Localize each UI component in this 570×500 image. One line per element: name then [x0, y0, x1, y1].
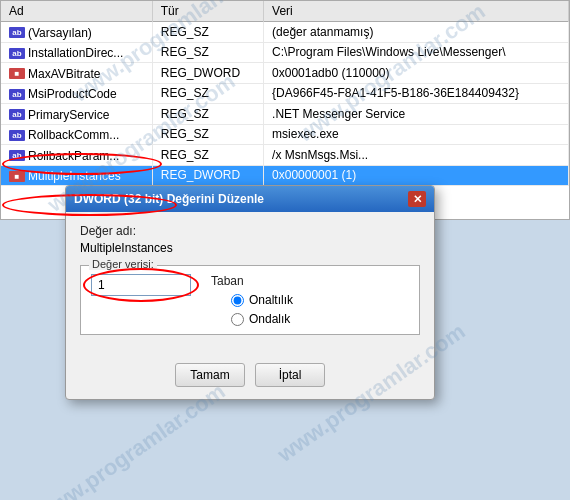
base-label: Taban	[211, 274, 293, 288]
radio-hex-text: Onaltılık	[249, 293, 293, 307]
radio-dec-text: Ondalık	[249, 312, 290, 326]
col-header-tur: Tür	[152, 1, 263, 22]
dialog-titlebar: DWORD (32 bit) Değerini Düzenle ✕	[66, 186, 434, 212]
cell-name: abPrimaryService	[1, 104, 152, 125]
base-section: Taban Onaltılık Ondalık	[211, 274, 293, 326]
table-row[interactable]: abRollbackParam... REG_SZ /x MsnMsgs.Msi…	[1, 145, 569, 166]
cell-value: 0x0001adb0 (110000)	[264, 63, 569, 84]
table-row[interactable]: abPrimaryService REG_SZ .NET Messenger S…	[1, 104, 569, 125]
table-row[interactable]: ab(Varsayılan) REG_SZ (değer atanmamış)	[1, 22, 569, 43]
cell-type: REG_SZ	[152, 42, 263, 63]
radio-dec[interactable]	[231, 313, 244, 326]
cell-name: ■MultipleInstances	[1, 165, 152, 186]
value-data-input-wrapper	[91, 274, 191, 296]
cell-type: REG_SZ	[152, 104, 263, 125]
cell-name: abMsiProductCode	[1, 83, 152, 104]
cell-type: REG_SZ	[152, 145, 263, 166]
value-data-group-label: Değer verisi:	[89, 258, 157, 270]
cell-value: 0x00000001 (1)	[264, 165, 569, 186]
value-data-row: Taban Onaltılık Ondalık	[91, 274, 409, 326]
cell-type: REG_SZ	[152, 22, 263, 43]
value-name-label: Değer adı:	[80, 224, 420, 238]
cell-name: abRollbackParam...	[1, 145, 152, 166]
col-header-ad: Ad	[1, 1, 152, 22]
value-name-value: MultipleInstances	[80, 241, 420, 255]
cell-value: /x MsnMsgs.Msi...	[264, 145, 569, 166]
cell-name: ab(Varsayılan)	[1, 22, 152, 43]
dword-edit-dialog: DWORD (32 bit) Değerini Düzenle ✕ Değer …	[65, 185, 435, 400]
dialog-footer: Tamam İptal	[66, 359, 434, 399]
dialog-close-button[interactable]: ✕	[408, 191, 426, 207]
table-row[interactable]: ■MultipleInstances REG_DWORD 0x00000001 …	[1, 165, 569, 186]
ok-button[interactable]: Tamam	[175, 363, 245, 387]
cell-name: ■MaxAVBitrate	[1, 63, 152, 84]
cell-type: REG_SZ	[152, 124, 263, 145]
col-header-veri: Veri	[264, 1, 569, 22]
radio-group: Onaltılık Ondalık	[231, 293, 293, 326]
table-row[interactable]: abMsiProductCode REG_SZ {DA966F45-F8A1-4…	[1, 83, 569, 104]
cell-value: C:\Program Files\Windows Live\Messenger\	[264, 42, 569, 63]
dialog-body: Değer adı: MultipleInstances Değer veris…	[66, 212, 434, 359]
radio-hex[interactable]	[231, 294, 244, 307]
cell-value: msiexec.exe	[264, 124, 569, 145]
table-row[interactable]: abRollbackComm... REG_SZ msiexec.exe	[1, 124, 569, 145]
cell-type: REG_DWORD	[152, 165, 263, 186]
cell-type: REG_SZ	[152, 83, 263, 104]
registry-table: Ad Tür Veri ab(Varsayılan) REG_SZ (değer…	[1, 1, 569, 186]
radio-dec-label[interactable]: Ondalık	[231, 312, 293, 326]
cell-name: abInstallationDirec...	[1, 42, 152, 63]
table-row[interactable]: ■MaxAVBitrate REG_DWORD 0x0001adb0 (1100…	[1, 63, 569, 84]
cell-value: {DA966F45-F8A1-41F5-B186-36E184409432}	[264, 83, 569, 104]
cancel-button[interactable]: İptal	[255, 363, 325, 387]
cell-value: .NET Messenger Service	[264, 104, 569, 125]
cell-value: (değer atanmamış)	[264, 22, 569, 43]
table-row[interactable]: abInstallationDirec... REG_SZ C:\Program…	[1, 42, 569, 63]
cell-name: abRollbackComm...	[1, 124, 152, 145]
dialog-title: DWORD (32 bit) Değerini Düzenle	[74, 192, 264, 206]
value-data-input[interactable]	[91, 274, 191, 296]
value-data-group: Değer verisi: Taban Onaltılık Ondalık	[80, 265, 420, 335]
radio-hex-label[interactable]: Onaltılık	[231, 293, 293, 307]
cell-type: REG_DWORD	[152, 63, 263, 84]
